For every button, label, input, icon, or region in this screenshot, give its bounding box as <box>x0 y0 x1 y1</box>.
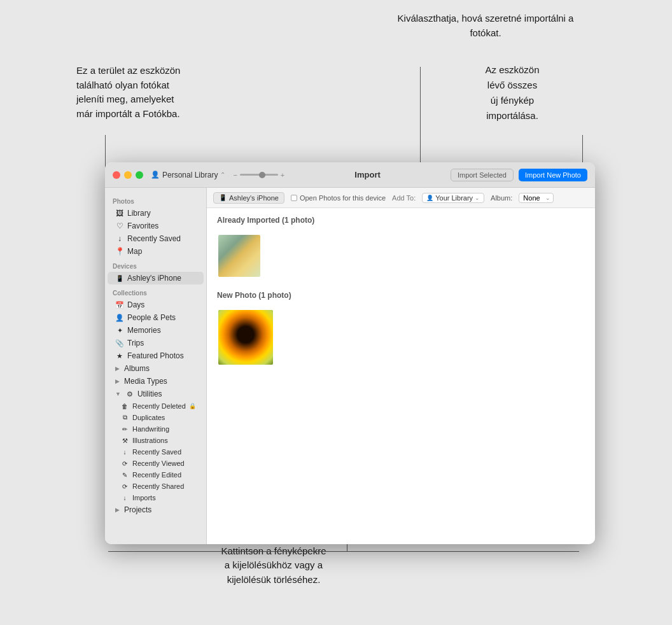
sidebar-item-device[interactable]: 📱 Ashley's iPhone <box>108 272 204 284</box>
favorites-label: Favorites <box>127 221 158 230</box>
open-photos-option[interactable]: Open Photos for this device <box>291 194 386 202</box>
new-photo-thumbnail <box>218 310 273 365</box>
sidebar-item-projects[interactable]: ▶ Projects <box>108 503 204 516</box>
device-tab-icon: 📱 <box>219 194 227 201</box>
collections-section-label: Collections <box>105 284 206 298</box>
sidebar-item-recently-shared[interactable]: ⟳ Recently Shared <box>108 481 204 492</box>
open-photos-text: Open Photos for this device <box>300 194 386 202</box>
illustrations-icon: ⚒ <box>120 437 129 444</box>
annotation-top-right-text: Kiválaszthatja, hová szeretné importálni… <box>398 13 574 38</box>
photos-section-label: Photos <box>105 193 206 207</box>
recently-edited-label: Recently Edited <box>132 471 181 479</box>
recently-viewed-label: Recently Viewed <box>132 460 185 467</box>
library-icon: 🖼 <box>115 209 124 218</box>
map-label: Map <box>127 247 142 256</box>
recently-saved-label: Recently Saved <box>127 234 181 243</box>
main-window: 👤 Personal Library ⌃ − + Import Import S… <box>105 162 595 544</box>
trips-icon: 📎 <box>115 339 124 348</box>
window-body: Photos 🖼 Library ♡ Favorites ↓ Recently … <box>105 188 595 544</box>
sidebar-item-memories[interactable]: ✦ Memories <box>108 324 204 337</box>
illustrations-label: Illustrations <box>132 437 168 444</box>
annotation-topright2-l1: Az eszközön <box>485 64 539 75</box>
device-toolbar: 📱 Ashley's iPhone Open Photos for this d… <box>207 188 595 208</box>
open-photos-checkbox[interactable] <box>291 195 297 201</box>
sidebar-item-map[interactable]: 📍 Map <box>108 245 204 258</box>
people-pets-label: People & Pets <box>127 313 176 322</box>
sidebar-item-favorites[interactable]: ♡ Favorites <box>108 220 204 232</box>
device-tab-label: Ashley's iPhone <box>229 194 279 202</box>
imports-icon: ↓ <box>120 495 129 502</box>
sidebar-item-imports[interactable]: ↓ Imports <box>108 492 204 503</box>
media-types-chevron: ▶ <box>115 378 120 384</box>
new-photo-header: New Photo (1 photo) <box>217 291 585 302</box>
annotation-bottom: Kattintson a fényképekre a kijelölésükhö… <box>191 544 356 587</box>
utilities-icon: ⚙ <box>125 390 134 398</box>
fullscreen-button[interactable] <box>136 171 143 179</box>
library-selector[interactable]: 👤 Personal Library ⌃ <box>151 171 225 179</box>
sidebar-item-handwriting[interactable]: ✏ Handwriting <box>108 423 204 435</box>
sidebar-item-recently-edited[interactable]: ✎ Recently Edited <box>108 469 204 481</box>
import-area[interactable]: Already Imported (1 photo) New Photo (1 … <box>207 208 595 544</box>
sidebar-item-utilities-header[interactable]: ▼ ⚙ Utilities <box>108 388 204 400</box>
import-selected-button[interactable]: Import Selected <box>451 169 514 181</box>
annotation-top-right: Kiválaszthatja, hová szeretné importálni… <box>393 11 578 40</box>
memories-label: Memories <box>127 326 161 335</box>
sidebar-item-featured[interactable]: ★ Featured Photos <box>108 349 204 362</box>
library-name: Personal Library <box>162 171 218 179</box>
imported-photo-thumbnail <box>218 235 260 277</box>
sidebar-item-people-pets[interactable]: 👤 People & Pets <box>108 311 204 324</box>
memories-icon: ✦ <box>115 327 124 335</box>
sidebar-item-media-types[interactable]: ▶ Media Types <box>108 375 204 388</box>
annotation-topright2-l2: lévő összes <box>487 80 537 90</box>
sidebar-item-illustrations[interactable]: ⚒ Illustrations <box>108 435 204 446</box>
people-icon: 👤 <box>115 314 124 322</box>
projects-chevron: ▶ <box>115 507 120 513</box>
sidebar-item-albums[interactable]: ▶ Albums <box>108 362 204 375</box>
traffic-lights <box>113 171 143 179</box>
add-to-label: Add To: <box>392 194 416 202</box>
imported-photo-1[interactable] <box>217 234 262 278</box>
annotation-top-left: Ez a terület az eszközön található olyan… <box>76 64 223 121</box>
close-button[interactable] <box>113 171 120 179</box>
new-photo-grid <box>217 309 585 366</box>
recently-deleted-icon: 🗑 <box>120 403 129 410</box>
utilities-label: Utilities <box>137 390 162 398</box>
sidebar-item-library[interactable]: 🖼 Library <box>108 207 204 220</box>
projects-label: Projects <box>124 505 151 514</box>
sidebar-item-recently-deleted[interactable]: 🗑 Recently Deleted 🔒 <box>108 400 204 412</box>
sidebar-item-recently-saved[interactable]: ↓ Recently Saved <box>108 232 204 245</box>
sidebar-item-trips[interactable]: 📎 Trips <box>108 337 204 349</box>
featured-label: Featured Photos <box>127 351 184 360</box>
sidebar-item-duplicates[interactable]: ⧉ Duplicates <box>108 412 204 423</box>
library-select[interactable]: 👤 Your Library ⌄ <box>422 193 484 203</box>
already-imported-grid <box>217 234 585 278</box>
minimize-button[interactable] <box>124 171 132 179</box>
sidebar-item-days[interactable]: 📅 Days <box>108 298 204 311</box>
map-icon: 📍 <box>115 247 124 256</box>
person-icon: 👤 <box>151 171 160 179</box>
days-label: Days <box>127 300 144 309</box>
import-new-button[interactable]: Import New Photo <box>519 169 587 181</box>
slider-track <box>240 174 278 176</box>
duplicates-label: Duplicates <box>132 414 165 421</box>
recently-viewed-icon: ⟳ <box>120 460 129 467</box>
devices-section-label: Devices <box>105 258 206 272</box>
zoom-slider[interactable]: − + <box>233 171 284 179</box>
sidebar-item-recently-viewed[interactable]: ⟳ Recently Viewed <box>108 458 204 469</box>
annotation-topright2-l3: új fénykép <box>491 95 534 106</box>
device-name: Ashley's iPhone <box>127 274 181 283</box>
duplicates-icon: ⧉ <box>120 414 129 421</box>
library-select-value: Your Library <box>435 194 473 202</box>
minus-icon: − <box>233 171 237 179</box>
device-tab[interactable]: 📱 Ashley's iPhone <box>213 192 284 204</box>
albums-label: Albums <box>124 364 150 373</box>
chevron-icon: ⌃ <box>220 171 225 178</box>
callout-line-bottom <box>108 551 579 552</box>
library-person-icon: 👤 <box>426 195 433 201</box>
callout-line-right <box>420 67 421 175</box>
sidebar-item-recently-saved-util[interactable]: ↓ Recently Saved <box>108 446 204 458</box>
album-dropdown[interactable]: None ⌄ <box>519 193 553 203</box>
album-dropdown-chevron: ⌄ <box>545 195 550 201</box>
new-photo-1[interactable] <box>217 309 274 366</box>
recently-shared-label: Recently Shared <box>132 482 184 490</box>
